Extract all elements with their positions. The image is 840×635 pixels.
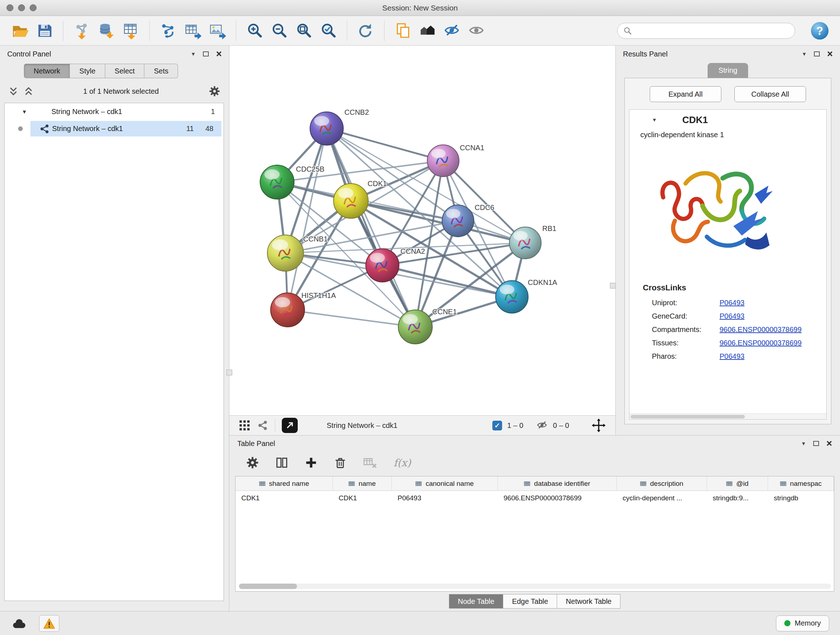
zoom-in-button[interactable]	[245, 21, 264, 41]
network-view-toolbar: String Network – cdk1 ✓ 1 – 0 0 – 0	[229, 415, 615, 435]
network-canvas[interactable]: CCNB2CCNA1CDC25BCDK1CDC6RB1CCNB1CCNA2CDK…	[229, 46, 615, 415]
expand-all-button[interactable]: Expand All	[650, 86, 722, 102]
search-box[interactable]	[617, 23, 795, 39]
column-header-database-identifier[interactable]: database identifier	[498, 477, 617, 491]
column-header-name[interactable]: name	[333, 477, 392, 491]
export-table-button[interactable]	[183, 21, 202, 41]
results-panel-float-icon[interactable]	[814, 51, 820, 57]
network-graph[interactable]: CCNB2CCNA1CDC25BCDK1CDC6RB1CCNB1CCNA2CDK…	[229, 46, 615, 415]
delete-icon[interactable]	[333, 456, 347, 469]
table-panel-menu-icon[interactable]: ▼	[801, 441, 806, 446]
copy-button[interactable]	[393, 21, 413, 41]
collapse-arrow-icon[interactable]: ▼	[22, 109, 30, 115]
import-network-from-database-button[interactable]	[96, 21, 116, 41]
entry-collapse-icon[interactable]: ▼	[652, 117, 659, 122]
zoom-out-button[interactable]	[270, 21, 289, 41]
add-icon[interactable]	[305, 456, 317, 469]
birds-eye-view-button[interactable]	[418, 21, 437, 41]
network-options-gear-icon[interactable]	[209, 86, 220, 97]
results-panel-menu-icon[interactable]: ▼	[802, 51, 807, 57]
zoom-fit-button[interactable]	[294, 21, 314, 41]
tab-sets[interactable]: Sets	[144, 64, 178, 78]
pan-crosshair-icon[interactable]	[592, 418, 606, 432]
crosslink-pharos[interactable]: P06493	[720, 352, 745, 361]
open-in-window-button[interactable]	[282, 418, 298, 433]
network-row-selected[interactable]: String Network – cdk1 11 48	[5, 120, 224, 137]
cell-id[interactable]: stringdb:9...	[707, 491, 768, 505]
scrollbar-thumb[interactable]	[630, 415, 745, 418]
cell-database-identifier[interactable]: 9606.ENSP00000378699	[498, 491, 617, 505]
grid-view-icon[interactable]	[239, 420, 250, 431]
column-header-namespace[interactable]: namespac	[768, 477, 834, 491]
tab-style[interactable]: Style	[70, 64, 105, 78]
search-input[interactable]	[636, 27, 789, 35]
import-network-from-file-button[interactable]	[72, 21, 92, 41]
tab-network[interactable]: Network	[24, 64, 70, 78]
crosslink-compartments[interactable]: 9606.ENSP00000378699	[720, 325, 802, 334]
splitter-handle[interactable]	[226, 370, 232, 375]
cell-namespace[interactable]: stringdb	[768, 491, 834, 505]
network-edge[interactable]	[327, 128, 415, 327]
table-panel-close-icon[interactable]: ×	[826, 439, 832, 448]
network-share-icon[interactable]	[257, 420, 268, 431]
crosslink-uniprot[interactable]: P06493	[720, 299, 745, 307]
zoom-selected-button[interactable]	[319, 21, 338, 41]
save-session-button[interactable]	[35, 21, 54, 41]
table-row[interactable]: CDK1 CDK1 P06493 9606.ENSP00000378699 cy…	[235, 491, 834, 505]
column-header-canonical-name[interactable]: canonical name	[392, 477, 498, 491]
import-table-from-file-button[interactable]	[121, 21, 141, 41]
help-button[interactable]: ?	[810, 21, 830, 41]
tab-edge-table[interactable]: Edge Table	[503, 594, 557, 608]
window-title: Session: New Session	[0, 4, 840, 12]
expand-all-icon[interactable]	[24, 86, 33, 96]
hidden-eye-slash-icon[interactable]	[537, 420, 548, 431]
crosslink-row: Uniprot: P06493	[630, 296, 826, 310]
scrollbar-thumb[interactable]	[239, 584, 297, 589]
column-header-description[interactable]: description	[617, 477, 707, 491]
tab-network-table[interactable]: Network Table	[557, 594, 621, 608]
hide-selected-button[interactable]	[442, 21, 462, 41]
collapse-all-button[interactable]: Collapse All	[734, 86, 806, 102]
splitter-handle[interactable]	[610, 283, 616, 288]
table-horizontal-scrollbar[interactable]	[238, 584, 831, 589]
network-edge[interactable]	[287, 310, 415, 327]
tab-select[interactable]: Select	[105, 64, 145, 78]
horizontal-scrollbar[interactable]	[630, 413, 826, 419]
table-panel-float-icon[interactable]	[813, 441, 819, 446]
table-options-gear-icon[interactable]	[246, 456, 259, 469]
results-panel-close-icon[interactable]: ×	[827, 49, 833, 59]
refresh-button[interactable]	[356, 21, 376, 41]
cell-canonical-name[interactable]: P06493	[392, 491, 498, 505]
new-network-from-selection-button[interactable]	[158, 21, 178, 41]
warnings-button[interactable]	[39, 615, 59, 632]
window-minimize-button[interactable]	[18, 4, 25, 11]
cloud-icon[interactable]	[11, 617, 27, 630]
node-gloss	[264, 169, 279, 180]
control-panel-float-icon[interactable]	[203, 51, 209, 57]
show-all-button[interactable]	[467, 21, 486, 41]
collapse-all-icon[interactable]	[9, 86, 18, 96]
cell-shared-name[interactable]: CDK1	[235, 491, 333, 505]
export-image-button[interactable]	[208, 21, 227, 41]
selected-checkbox-icon[interactable]: ✓	[493, 421, 502, 431]
window-zoom-button[interactable]	[30, 4, 36, 11]
cell-name[interactable]: CDK1	[333, 491, 392, 505]
column-header-shared-name[interactable]: shared name	[235, 477, 333, 491]
network-selection-summary: 1 of 1 Network selected	[33, 87, 209, 96]
crosslink-tissues[interactable]: 9606.ENSP00000378699	[720, 339, 802, 347]
network-edge[interactable]	[287, 128, 327, 310]
window-close-button[interactable]	[6, 4, 13, 11]
network-collection-row[interactable]: ▼ String Network – cdk1 1	[5, 103, 224, 120]
control-panel-close-icon[interactable]: ×	[216, 49, 222, 59]
column-header-id[interactable]: @id	[707, 477, 768, 491]
tab-node-table[interactable]: Node Table	[449, 594, 504, 608]
show-columns-icon[interactable]	[275, 456, 289, 469]
network-node-label: CCNE1	[432, 308, 457, 316]
control-panel-menu-icon[interactable]: ▼	[191, 51, 196, 57]
memory-button[interactable]: Memory	[776, 616, 829, 631]
cell-description[interactable]: cyclin-dependent ...	[617, 491, 707, 505]
toolbar-separator	[275, 419, 275, 432]
string-tab[interactable]: String	[707, 63, 748, 78]
open-session-button[interactable]	[10, 21, 30, 41]
crosslink-genecard[interactable]: P06493	[720, 312, 745, 320]
